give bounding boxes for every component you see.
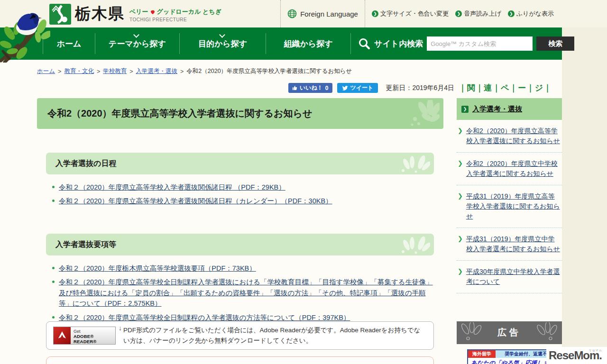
- section-heading-schedule: 入学者選抜の日程: [46, 153, 434, 174]
- bullet-icon: [52, 267, 55, 269]
- section-heading-label: 入学者選抜要項等: [55, 240, 116, 250]
- section-heading-label: 入学者選抜の日程: [55, 159, 116, 169]
- badge-reader-label: ADOBE® READER®: [74, 334, 113, 344]
- adobe-note-text: PDF形式のファイルをご覧いただく場合には、Adobe Readerが必要です。…: [123, 325, 427, 346]
- sidebar-category-link[interactable]: 入学選考・選抜: [472, 105, 522, 114]
- ad-section-header: 広告: [457, 321, 562, 344]
- facebook-like-button[interactable]: いいね！ 0: [288, 83, 332, 93]
- chevron-right-icon: ❯: [458, 235, 463, 242]
- read-aloud-link[interactable]: ❯ 音声読み上げ: [455, 9, 501, 18]
- page-title: 令和2（2020）年度県立高等学校入学者選抜に関するお知らせ: [47, 107, 312, 120]
- pdf-link-guideline[interactable]: 令和２（2020）年度栃木県立高等学校選抜要項（PDF：73KB）: [59, 263, 256, 273]
- foreign-language-link[interactable]: Foreign Language: [280, 0, 365, 27]
- text-size-color-link[interactable]: ❯ 文字サイズ・色合い変更: [372, 9, 449, 18]
- bullet-icon: [52, 281, 55, 283]
- prefecture-name-en: TOCHIGI PREFECTURE: [129, 17, 221, 22]
- breadcrumb-separator: >: [129, 68, 133, 75]
- get-adobe-reader-badge[interactable]: Get ADOBE® READER® ↓: [53, 327, 116, 345]
- sidebar-related-list: ❯ 令和2（2020）年度県立高等学校入学者選抜に関するお知らせ ❯ 令和2（2…: [457, 120, 562, 293]
- sidebar-link[interactable]: 平成30年度県立中学校入学者選考について: [466, 267, 561, 287]
- nav-dropdown-tab-theme[interactable]: [111, 32, 161, 40]
- contact-box-partial: [46, 356, 434, 364]
- chevron-right-icon: ❯: [458, 268, 463, 275]
- search-label: サイト内検索: [374, 38, 423, 49]
- chevron-down-icon: [133, 32, 139, 38]
- thumbs-up-icon: [292, 85, 297, 91]
- sidebar-link[interactable]: 平成31（2019）年度県立高等学校入学者選抜に関するお知らせ: [466, 191, 561, 221]
- sidebar-item-h30-juniorhigh: ❯ 平成30年度県立中学校入学者選考について: [457, 261, 562, 293]
- badge-get-label: Get: [74, 329, 113, 334]
- breadcrumb-current: 令和2（2020）年度県立高等学校入学者選抜に関するお知らせ: [186, 67, 352, 75]
- twitter-bird-icon: [342, 85, 348, 91]
- sidebar-item-h31-juniorhigh: ❯ 平成31（2019）年度県立中学校入学者選考に関するお知らせ: [457, 228, 562, 261]
- like-count: 0: [325, 85, 329, 91]
- updated-date: 更新日：2019年6月4日: [386, 84, 454, 92]
- read-aloud-label: 音声読み上げ: [464, 9, 501, 18]
- accessibility-tools: ❯ 文字サイズ・色合い変更 ❯ 音声読み上げ ❯ ふりがな表示: [365, 0, 561, 27]
- list-item: 令和２（2020）年度県立高等学校入学者選抜関係諸日程 （PDF：29KB）: [52, 182, 436, 192]
- tagline: ベリー グッドローカル とちぎ: [129, 8, 221, 16]
- download-arrow-icon: ↓: [119, 324, 122, 332]
- leaf-decoration: [378, 100, 440, 127]
- text-size-color-label: 文字サイズ・色合い変更: [380, 9, 449, 18]
- foreign-language-label: Foreign Language: [300, 10, 358, 18]
- list-item: 令和２（2020）年度栃木県立高等学校選抜要項（PDF：73KB）: [52, 263, 436, 273]
- breadcrumb-selection[interactable]: 入学選考・選抜: [136, 67, 178, 75]
- bullet-icon: [52, 186, 55, 188]
- page-root: 栃木県 ベリー グッドローカル とちぎ TOCHIGI PREFECTURE: [0, 0, 607, 364]
- section-heading-guidelines: 入学者選抜要項等: [46, 234, 434, 255]
- circle-arrow-icon: ❯: [455, 10, 462, 17]
- tweet-button[interactable]: ツイート: [337, 83, 378, 93]
- square-arrow-icon: ❯: [461, 106, 469, 113]
- sidebar-item-r2-juniorhigh: ❯ 令和2（2020）年度県立中学校入学者選考に関するお知らせ: [457, 153, 562, 185]
- page-title-banner: 令和2（2020）年度県立高等学校入学者選抜に関するお知らせ: [37, 98, 443, 129]
- sidebar-link[interactable]: 平成31（2019）年度県立中学校入学者選考に関するお知らせ: [466, 234, 561, 254]
- pdf-link-schedule[interactable]: 令和２（2020）年度県立高等学校入学者選抜関係諸日程 （PDF：29KB）: [59, 182, 285, 192]
- related-pages-heading: ｜関｜連｜ペ｜ー｜ジ｜: [459, 82, 562, 93]
- pdf-link-schedule-calendar[interactable]: 令和２（2020）年度県立高等学校入学者選抜関係諸日程（カレンダー）（PDF：3…: [59, 196, 332, 206]
- breadcrumb-separator: >: [180, 68, 184, 75]
- breadcrumb-school-education[interactable]: 学校教育: [103, 67, 127, 75]
- bullet-icon: [52, 200, 55, 202]
- like-label: いいね！: [300, 84, 323, 92]
- list-item: 令和２（2020）年度県立高等学校全日制課程入学者選抜における「学校教育目標」「…: [52, 277, 436, 309]
- sidebar-link[interactable]: 令和2（2020）年度県立高等学校入学者選抜に関するお知らせ: [466, 126, 561, 146]
- tagline-left: ベリー: [129, 8, 148, 16]
- furigana-link[interactable]: ❯ ふりがな表示: [508, 9, 554, 18]
- guidelines-link-list: 令和２（2020）年度栃木県立高等学校選抜要項（PDF：73KB） 令和２（20…: [52, 263, 436, 326]
- pdf-link-fulltime-details[interactable]: 令和２（2020）年度県立高等学校全日制課程入学者選抜における「学校教育目標」「…: [59, 277, 436, 309]
- bird-on-branch-illustration: [0, 0, 50, 63]
- breadcrumb: ホーム > 教育・文化 > 学校教育 > 入学選考・選抜 > 令和2（2020）…: [37, 67, 352, 75]
- breadcrumb-home[interactable]: ホーム: [37, 67, 55, 75]
- resemom-watermark: リセマム ReseMom.: [546, 347, 607, 364]
- globe-icon: [287, 9, 297, 18]
- chevron-right-icon: ❯: [458, 192, 463, 200]
- furigana-label: ふりがな表示: [516, 9, 554, 18]
- leaf-decoration: [387, 155, 430, 174]
- site-search: サイト内検索 検索: [358, 27, 574, 60]
- ad-header-label: 広告: [497, 327, 521, 339]
- chevron-right-icon: ❯: [458, 160, 463, 167]
- breadcrumb-education-culture[interactable]: 教育・文化: [64, 67, 94, 75]
- list-item: 令和２（2020）年度県立高等学校入学者選抜関係諸日程（カレンダー）（PDF：3…: [52, 196, 436, 206]
- nav-item-organization[interactable]: 組織から探す: [266, 33, 351, 54]
- nav-dropdown-tab-purpose[interactable]: [197, 32, 247, 40]
- adobe-reader-icon: [54, 327, 71, 344]
- search-button[interactable]: 検索: [536, 36, 574, 51]
- nav-item-home[interactable]: ホーム: [43, 33, 95, 54]
- leaf-decoration: [387, 236, 430, 255]
- watermark-ruby: リセマム: [589, 348, 602, 353]
- search-input[interactable]: [427, 36, 533, 51]
- bullet-icon: [52, 316, 55, 318]
- site-header: 栃木県 ベリー グッドローカル とちぎ TOCHIGI PREFECTURE: [0, 0, 607, 27]
- chevron-down-icon: [219, 32, 225, 38]
- breadcrumb-separator: >: [97, 68, 100, 75]
- sidebar-item-h31-highschool: ❯ 平成31（2019）年度県立高等学校入学者選抜に関するお知らせ: [457, 185, 562, 228]
- sidebar-link[interactable]: 令和2（2020）年度県立中学校入学者選考に関するお知らせ: [466, 159, 561, 179]
- search-icon: [358, 37, 370, 50]
- strawberry-icon: [150, 9, 156, 15]
- circle-arrow-icon: ❯: [508, 10, 515, 17]
- ad-tag-study-abroad: 海外留学: [468, 350, 496, 358]
- site-logo[interactable]: 栃木県 ベリー グッドローカル とちぎ TOCHIGI PREFECTURE: [49, 3, 221, 25]
- leaf-outline-decoration: [459, 322, 487, 343]
